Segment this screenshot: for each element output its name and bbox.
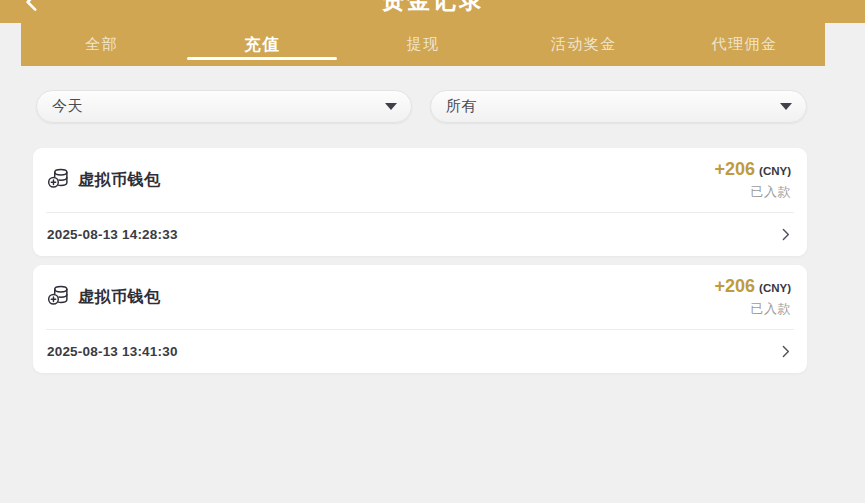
tab-deposit[interactable]: 充值 — [182, 23, 343, 66]
page-title: 资金记录 — [0, 0, 865, 12]
tab-label: 全部 — [85, 35, 118, 54]
tab-agent-commission[interactable]: 代理佣金 — [664, 23, 825, 66]
caret-down-icon — [385, 103, 397, 110]
amount-block: +206 (CNY) 已入款 — [715, 159, 792, 201]
wallet-name: 虚拟币钱包 — [78, 170, 161, 191]
tab-label: 充值 — [244, 34, 280, 56]
tab-bar: 全部 充值 提现 活动奖金 代理佣金 — [21, 23, 825, 66]
app-header: 资金记录 — [0, 0, 865, 23]
coins-plus-icon — [47, 284, 70, 311]
timestamp: 2025-08-13 13:41:30 — [47, 344, 178, 359]
amount-block: +206 (CNY) 已入款 — [715, 276, 792, 318]
transaction-card[interactable]: 虚拟币钱包 +206 (CNY) 已入款 2025-08-13 14:28:33 — [33, 148, 807, 256]
transaction-summary: 虚拟币钱包 +206 (CNY) 已入款 — [33, 148, 807, 212]
status-label: 已入款 — [751, 300, 792, 318]
tab-activity-bonus[interactable]: 活动奖金 — [503, 23, 664, 66]
tab-label: 活动奖金 — [551, 35, 617, 54]
chevron-right-icon[interactable] — [777, 343, 794, 360]
tab-label: 代理佣金 — [712, 35, 778, 54]
currency-label: (CNY) — [759, 165, 791, 177]
funds-record-page: 资金记录 全部 充值 提现 活动奖金 代理佣金 今天 所有 — [0, 0, 865, 503]
tab-label: 提现 — [406, 35, 439, 54]
wallet-name: 虚拟币钱包 — [78, 287, 161, 308]
date-filter-value: 今天 — [52, 97, 83, 116]
wallet-info: 虚拟币钱包 — [47, 284, 161, 311]
transaction-summary: 虚拟币钱包 +206 (CNY) 已入款 — [33, 265, 807, 329]
chevron-right-icon[interactable] — [777, 226, 794, 243]
type-filter-dropdown[interactable]: 所有 — [430, 90, 807, 123]
type-filter-value: 所有 — [446, 97, 477, 116]
timestamp: 2025-08-13 14:28:33 — [47, 227, 178, 242]
status-label: 已入款 — [751, 183, 792, 201]
date-filter-dropdown[interactable]: 今天 — [36, 90, 412, 123]
coins-plus-icon — [47, 167, 70, 194]
wallet-info: 虚拟币钱包 — [47, 167, 161, 194]
amount-value: +206 — [715, 159, 756, 180]
caret-down-icon — [780, 103, 792, 110]
transaction-footer: 2025-08-13 14:28:33 — [33, 213, 807, 256]
tab-withdraw[interactable]: 提现 — [343, 23, 504, 66]
active-tab-underline — [187, 57, 337, 60]
currency-label: (CNY) — [759, 282, 791, 294]
transaction-card[interactable]: 虚拟币钱包 +206 (CNY) 已入款 2025-08-13 13:41:30 — [33, 265, 807, 373]
amount-value: +206 — [715, 276, 756, 297]
transaction-footer: 2025-08-13 13:41:30 — [33, 330, 807, 373]
tab-all[interactable]: 全部 — [21, 23, 182, 66]
